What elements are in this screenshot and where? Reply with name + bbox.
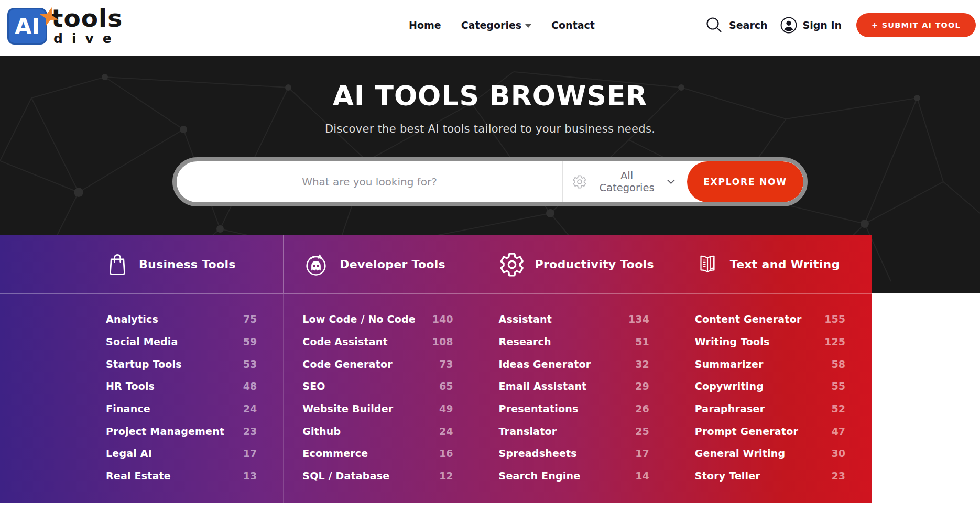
category-item[interactable]: Prompt Generator47 <box>695 420 845 442</box>
category-item[interactable]: Email Assistant29 <box>499 375 649 398</box>
category-item[interactable]: SEO65 <box>302 375 453 398</box>
category-label: Finance <box>106 403 150 414</box>
category-label: General Writing <box>695 447 785 459</box>
signin-label: Sign In <box>803 19 842 31</box>
category-list-row: Analytics75Social Media59Startup Tools53… <box>0 294 872 503</box>
column-title: Productivity Tools <box>535 258 654 271</box>
hero-title: AI TOOLS BROWSER <box>0 56 980 111</box>
header-search-button[interactable]: Search <box>705 16 768 34</box>
category-count: 134 <box>628 313 649 325</box>
category-item[interactable]: Ecommerce16 <box>302 442 453 465</box>
hero-subtitle: Discover the best AI tools tailored to y… <box>0 123 980 135</box>
category-count: 30 <box>832 447 845 459</box>
category-label: Paraphraser <box>695 403 765 414</box>
logo-subword: dive <box>53 31 123 46</box>
column-header-developer-tools[interactable]: Developer Tools <box>283 235 479 293</box>
header-actions: Search Sign In + SUBMIT AI TOOL <box>705 0 976 50</box>
hero-search-input[interactable] <box>177 161 562 202</box>
category-count: 53 <box>243 358 257 370</box>
category-count: 24 <box>243 403 257 414</box>
category-label: Startup Tools <box>106 358 182 370</box>
category-label: Story Teller <box>695 470 760 482</box>
category-count: 140 <box>432 313 453 325</box>
category-item[interactable]: Story Teller23 <box>695 465 845 487</box>
category-item[interactable]: Website Builder49 <box>302 398 453 420</box>
category-count: 25 <box>635 425 649 437</box>
submit-ai-tool-button[interactable]: + SUBMIT AI TOOL <box>856 13 976 37</box>
nav-home[interactable]: Home <box>409 19 441 31</box>
category-list-business: Analytics75Social Media59Startup Tools53… <box>87 294 283 503</box>
category-label: Content Generator <box>695 313 802 325</box>
category-item[interactable]: SQL / Database12 <box>302 465 453 487</box>
category-item[interactable]: HR Tools48 <box>106 375 257 398</box>
category-label: Legal AI <box>106 447 152 459</box>
site-logo[interactable]: AI tools dive <box>7 4 123 46</box>
chevron-down-icon <box>525 24 531 28</box>
category-count: 49 <box>439 403 453 414</box>
main-nav: Home Categories Contact <box>409 0 595 50</box>
category-label: Ecommerce <box>302 447 368 459</box>
category-item[interactable]: Copywriting55 <box>695 375 845 398</box>
category-label: Writing Tools <box>695 336 770 347</box>
nav-home-label: Home <box>409 19 441 31</box>
category-count: 73 <box>439 358 453 370</box>
category-label: Analytics <box>106 313 158 325</box>
category-count: 26 <box>635 403 649 414</box>
category-item[interactable]: Legal AI17 <box>106 442 257 465</box>
category-label: Real Estate <box>106 470 171 482</box>
category-item[interactable]: General Writing30 <box>695 442 845 465</box>
category-item[interactable]: Code Assistant108 <box>302 331 453 353</box>
category-item[interactable]: Low Code / No Code140 <box>302 308 453 331</box>
category-count: 47 <box>832 425 845 437</box>
category-count: 51 <box>635 336 649 347</box>
category-item[interactable]: Ideas Generator32 <box>499 353 649 375</box>
search-label: Search <box>729 19 768 31</box>
explore-now-button[interactable]: EXPLORE NOW <box>687 161 803 202</box>
category-item[interactable]: Spreadsheets17 <box>499 442 649 465</box>
sparkle-star-icon <box>38 6 59 27</box>
category-select-dropdown[interactable]: All Categories <box>562 161 687 202</box>
column-header-productivity-tools[interactable]: Productivity Tools <box>480 235 676 293</box>
category-item[interactable]: Real Estate13 <box>106 465 257 487</box>
category-item[interactable]: Social Media59 <box>106 331 257 353</box>
nav-contact[interactable]: Contact <box>551 19 595 31</box>
category-list-developer: Low Code / No Code140Code Assistant108Co… <box>283 294 479 503</box>
category-item[interactable]: Finance24 <box>106 398 257 420</box>
category-count: 48 <box>243 380 257 392</box>
category-list-text-writing: Content Generator155Writing Tools125Summ… <box>676 294 872 503</box>
category-count: 125 <box>824 336 845 347</box>
category-item[interactable]: Analytics75 <box>106 308 257 331</box>
category-item[interactable]: Project Management23 <box>106 420 257 442</box>
category-item[interactable]: Summarizer58 <box>695 353 845 375</box>
logo-ai-text: AI <box>15 14 40 39</box>
category-item[interactable]: Search Engine14 <box>499 465 649 487</box>
category-item[interactable]: Code Generator73 <box>302 353 453 375</box>
category-label: Summarizer <box>695 358 764 370</box>
category-label: HR Tools <box>106 380 155 392</box>
category-item[interactable]: Presentations26 <box>499 398 649 420</box>
category-item[interactable]: Translator25 <box>499 420 649 442</box>
category-label: Spreadsheets <box>499 447 577 459</box>
gear-icon <box>572 174 587 190</box>
category-item[interactable]: Writing Tools125 <box>695 331 845 353</box>
column-header-text-and-writing[interactable]: Text and Writing <box>676 235 872 293</box>
category-item[interactable]: Assistant134 <box>499 308 649 331</box>
category-browser-panel: Business Tools Developer Tools Productiv… <box>0 235 872 503</box>
category-header-row: Business Tools Developer Tools Productiv… <box>0 235 872 294</box>
nav-categories-label: Categories <box>461 19 521 31</box>
category-item[interactable]: Research51 <box>499 331 649 353</box>
category-item[interactable]: Github24 <box>302 420 453 442</box>
category-list-productivity: Assistant134Research51Ideas Generator32E… <box>480 294 676 503</box>
category-item[interactable]: Content Generator155 <box>695 308 845 331</box>
search-icon <box>705 16 723 34</box>
category-count: 16 <box>439 447 453 459</box>
user-icon <box>780 17 797 34</box>
header-signin-button[interactable]: Sign In <box>780 17 842 34</box>
column-header-business-tools[interactable]: Business Tools <box>87 235 283 293</box>
nav-categories[interactable]: Categories <box>461 19 531 31</box>
column-title: Text and Writing <box>730 258 840 271</box>
category-item[interactable]: Startup Tools53 <box>106 353 257 375</box>
category-label: Project Management <box>106 425 224 437</box>
category-item[interactable]: Paraphraser52 <box>695 398 845 420</box>
category-count: 14 <box>635 470 649 482</box>
